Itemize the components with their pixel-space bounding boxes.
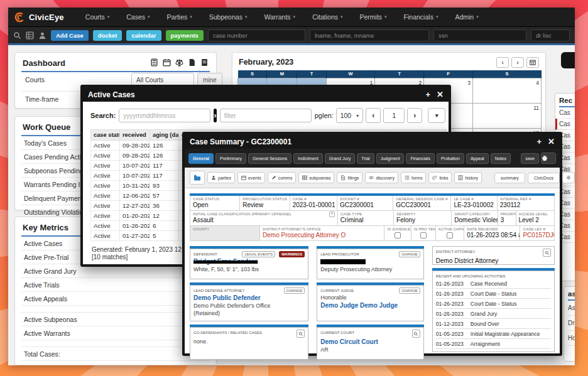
calendar-button[interactable]: calendar — [126, 30, 161, 41]
nav-menu-item[interactable]: Citations▾ — [312, 13, 342, 21]
document-icon[interactable] — [188, 58, 196, 67]
events-button[interactable]: events — [237, 172, 265, 183]
forms-button[interactable]: forms — [401, 172, 427, 183]
case-summary-tab[interactable]: Probation — [437, 153, 464, 164]
court-name-link[interactable]: Demo Circuit Court — [320, 338, 420, 346]
save-button[interactable]: save — [521, 153, 539, 164]
filings-button[interactable]: filings — [337, 172, 362, 183]
key-metrics-row[interactable]: Total Cases: — [21, 346, 210, 361]
calendar-icon[interactable] — [163, 58, 171, 67]
change-button[interactable]: CHANGE — [399, 287, 420, 294]
active-capias-checkbox[interactable] — [447, 232, 453, 239]
parties-button[interactable]: parties — [207, 172, 235, 183]
internal-ref-field[interactable]: INTERNAL REF #230112 — [498, 196, 555, 211]
priority-field[interactable]: PRIORITY3 — [498, 211, 516, 226]
folder-button[interactable] — [190, 171, 205, 185]
activity-row[interactable]: 01-26-2023 Court Date - Status — [436, 289, 551, 299]
case-summary-tab[interactable]: Judgment — [376, 153, 405, 164]
nav-menu-item[interactable]: Admin▾ — [455, 13, 478, 21]
search-button[interactable] — [543, 249, 551, 257]
discovery-button[interactable]: discovery — [365, 172, 398, 183]
nav-menu-item[interactable]: Courts▾ — [85, 13, 109, 21]
close-icon[interactable]: ✕ — [437, 89, 444, 101]
calendar-prev-button[interactable]: ‹ — [496, 57, 509, 68]
help-button[interactable]: ? — [329, 212, 335, 217]
nav-menu-item[interactable]: Cases▾ — [126, 13, 150, 21]
pglen-select[interactable]: 100▾ — [336, 108, 364, 123]
warnings-button[interactable]: WARNINGS — [279, 251, 305, 257]
filter-input[interactable] — [220, 109, 312, 122]
activity-row[interactable]: 01-05-2023 Initial Magistrate Appearance — [436, 329, 551, 339]
case-summary-tab[interactable]: Notes — [491, 153, 511, 164]
change-button[interactable]: CHANGE — [284, 287, 305, 294]
activity-row[interactable]: 01-05-2023 Arraignment — [436, 339, 551, 349]
activity-row[interactable]: 01-26-2023 Grand Jury — [436, 309, 551, 319]
civicdocs-button[interactable]: CivicDocs — [528, 173, 560, 183]
search-input[interactable] — [119, 109, 210, 122]
activity-row[interactable]: 01-12-2023 Bound Over — [436, 319, 551, 329]
case-summary-tab[interactable]: Indictment — [293, 153, 322, 164]
payments-button[interactable]: payments — [166, 30, 204, 41]
column-header[interactable]: received — [120, 130, 150, 141]
nav-menu-item[interactable]: Subpeonas▾ — [209, 13, 248, 21]
key-metrics-row[interactable]: Active Appeals — [21, 292, 210, 306]
search-icon[interactable] — [13, 31, 21, 40]
case-status-field[interactable]: CASE STATUSOpen — [190, 196, 240, 211]
drivers-license-input[interactable] — [531, 30, 570, 41]
report-icon[interactable] — [200, 58, 209, 67]
defense-attorney-link[interactable]: Demo Public Defender — [193, 294, 305, 302]
initial-classification-field[interactable]: ?INITIAL CASE CLASSIFICATION (PRIMARY OF… — [190, 211, 338, 226]
person-icon[interactable] — [38, 31, 46, 40]
case-number-input[interactable] — [208, 30, 305, 41]
date-received-field[interactable]: DATE RECEIVED01-26-2023 08:54 am — [464, 226, 520, 241]
county-field[interactable]: COUNTY — [190, 226, 260, 241]
grant-category-field[interactable]: GRANT CATEGORYDomestic Violence — [452, 211, 498, 226]
case-type-item[interactable]: Hom — [568, 331, 575, 346]
search-go-button[interactable]: › — [214, 109, 216, 122]
calendar-day-cell[interactable]: 11 — [472, 103, 541, 128]
calendar-next-button[interactable]: › — [511, 57, 524, 68]
nav-menu-item[interactable]: Financials▾ — [404, 13, 438, 21]
docket-number-field[interactable]: DOCKET #GC2300001 — [337, 196, 393, 211]
case-summary-tab[interactable]: Appeal — [466, 153, 489, 164]
case-lex-field[interactable]: CASE LEX #PC0157DJ000000X2 — [520, 226, 555, 241]
case-type-field[interactable]: CASE TYPECriminal — [338, 211, 394, 226]
nav-menu-item[interactable]: Parties▾ — [167, 13, 192, 21]
page-prev-button[interactable]: ‹ — [366, 108, 381, 123]
prosecution-status-field[interactable]: PROSECUTION STATUSReview — [240, 196, 290, 211]
severity-field[interactable]: SEVERITYFelony — [394, 211, 452, 226]
case-summary-tab[interactable]: Financials — [406, 153, 435, 164]
calendar-day-cell[interactable]: 4 — [472, 78, 541, 103]
judge-name-link[interactable]: Demo Judge Demo Judge — [320, 301, 420, 309]
case-summary-tab[interactable]: General — [188, 153, 214, 164]
key-metrics-row[interactable]: Active Subpeonas — [21, 312, 210, 326]
search-button[interactable] — [297, 330, 305, 338]
activity-row[interactable]: 01-26-2023 Court Date - Status — [436, 299, 551, 309]
column-header[interactable]: case status — [91, 130, 120, 141]
calculator-icon[interactable] — [150, 58, 158, 67]
more-options-button[interactable]: ▾ — [428, 108, 445, 123]
key-metrics-row[interactable]: - Traffic — [21, 361, 210, 365]
summary-button[interactable]: summary — [494, 173, 525, 183]
legal-events-button[interactable]: LEGAL EVENTS — [242, 251, 275, 257]
subpoenas-button[interactable]: subpoenas — [298, 172, 334, 183]
case-type-item[interactable]: Assa — [568, 301, 575, 316]
right-panel-button[interactable] — [561, 52, 575, 68]
calendar-view-button[interactable] — [526, 57, 539, 68]
case-number-field[interactable]: CASE #2023-01-00001 — [290, 196, 337, 211]
close-icon[interactable]: ✕ — [548, 136, 555, 148]
popout-icon[interactable]: + — [426, 89, 431, 101]
popout-icon[interactable]: + — [537, 136, 542, 148]
comms-button[interactable]: comms — [268, 172, 297, 183]
print-button[interactable] — [541, 153, 556, 164]
history-button[interactable]: history — [454, 172, 482, 183]
case-summary-tab[interactable]: Grand Jury — [325, 153, 356, 164]
key-metrics-row[interactable]: Active Trials — [21, 278, 210, 292]
grid-list-icon[interactable] — [26, 31, 34, 40]
case-summary-tab[interactable]: Preliminary — [215, 153, 246, 164]
is-pro-tem-checkbox[interactable] — [420, 232, 427, 239]
key-metrics-row[interactable]: Active Warrants — [21, 326, 210, 340]
search-button[interactable] — [412, 330, 420, 338]
links-button[interactable]: links — [428, 172, 452, 183]
recent-panel-item[interactable]: Cas — [559, 107, 575, 119]
